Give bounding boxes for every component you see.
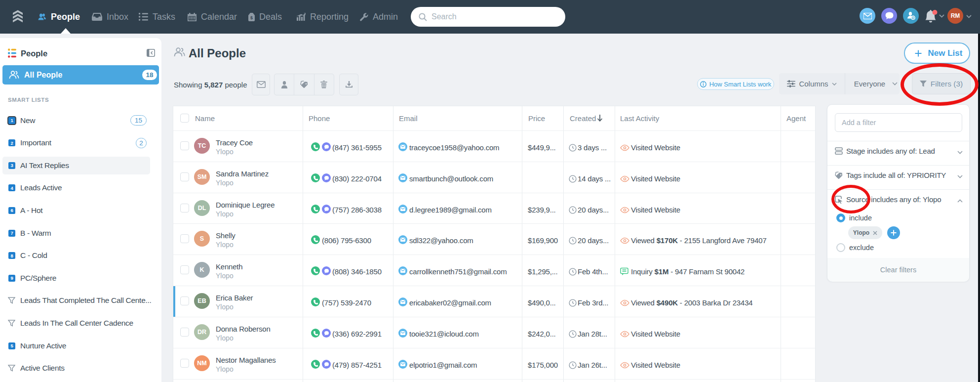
svg-text:$: $ xyxy=(250,15,253,20)
